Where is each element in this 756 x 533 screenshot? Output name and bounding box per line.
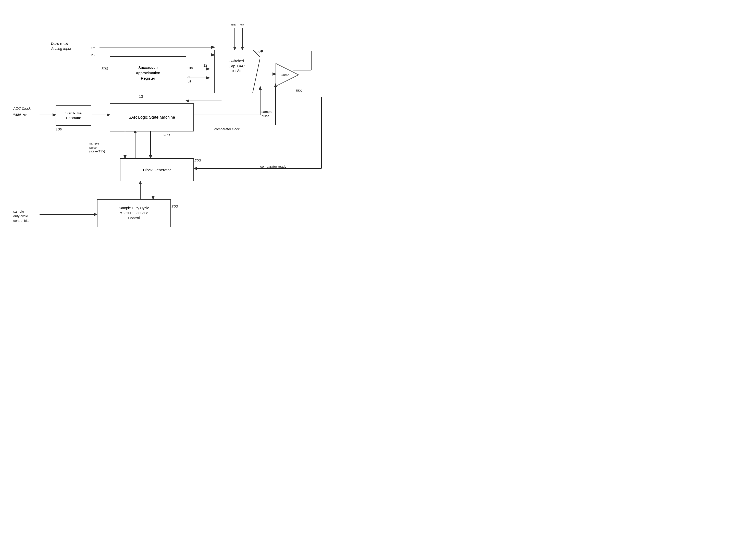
start-pulse-ref: 100 [56, 127, 62, 131]
diagram: DifferentialAnalog Input in+ in - ref+ r… [0, 0, 337, 245]
sar-logic-block: SAR Logic State Machine [110, 103, 194, 131]
sample-duty-ref: 800 [172, 204, 178, 209]
diff-analog-label: DifferentialAnalog Input [51, 41, 71, 52]
bits-12-label: 12 [203, 63, 207, 68]
sar-register-block: SuccessiveApproximationRegister [110, 56, 186, 89]
ref-plus-label: ref+ [231, 23, 237, 27]
sample-pulse-top-label: samplepulse [261, 110, 272, 119]
sample-pulse-bottom-label: samplepulse(state<13>) [89, 142, 105, 154]
sar-logic-ref: 200 [163, 133, 170, 137]
sample-duty-input-label: sampleduty cyclecontrol bits [13, 209, 29, 223]
switched-cap-block: SwitchedCap. DAC& S/H [214, 50, 260, 93]
switched-cap-ref: 250 [255, 50, 261, 54]
ol-bit-label: olbit [188, 75, 191, 83]
in-minus-label: in - [91, 53, 95, 57]
ref-minus-label: ref - [240, 23, 246, 27]
signal-13-label: 13 [139, 95, 143, 98]
adc-clk-label: adc_clk [15, 113, 27, 117]
comparator-ready-label: comparator ready [260, 165, 286, 168]
clock-gen-ref: 500 [194, 158, 201, 163]
clock-gen-block: Clock Generator [120, 158, 194, 181]
bits-label: bits [188, 66, 193, 70]
comp-ref: 600 [296, 88, 302, 93]
start-pulse-block: Start PulseGenerator [56, 105, 91, 126]
svg-text:Comp.: Comp. [281, 73, 290, 77]
comparator-clock-label: comparator clock [214, 127, 240, 131]
in-plus-label: in+ [91, 45, 95, 49]
sar-register-ref: 300 [101, 66, 108, 71]
sample-duty-block: Sample Duty CycleMeasurement andControl [97, 199, 171, 227]
comparator-block: Comp. [276, 63, 306, 90]
